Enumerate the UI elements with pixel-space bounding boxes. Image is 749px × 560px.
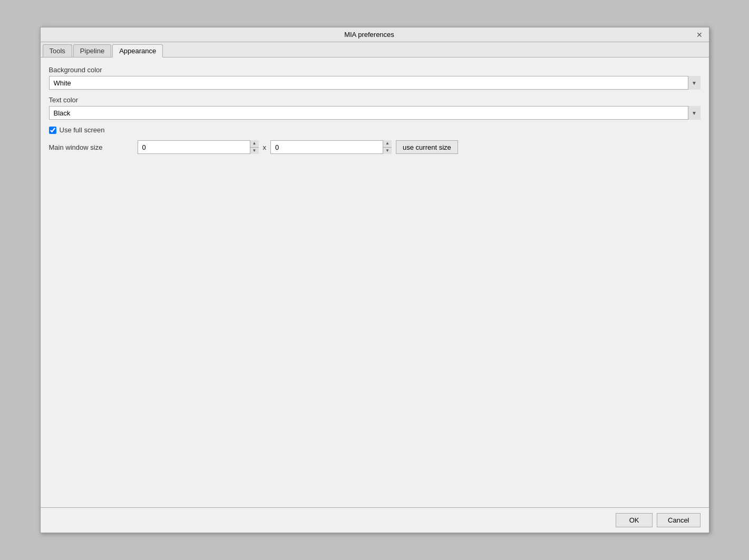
ok-button[interactable]: OK [616,513,653,527]
preferences-dialog: MIA preferences ✕ Tools Pipeline Appeara… [40,27,709,533]
window-height-wrapper: ▲ ▼ [270,140,392,154]
tab-appearance[interactable]: Appearance [112,44,163,57]
text-color-wrapper: Black White Gray Custom ▼ [49,106,701,120]
window-width-down[interactable]: ▼ [250,148,259,155]
window-height-input[interactable] [270,140,392,154]
window-size-separator: x [263,143,267,151]
window-width-wrapper: ▲ ▼ [138,140,259,154]
text-color-select[interactable]: Black White Gray Custom [49,106,701,120]
dialog-title: MIA preferences [45,31,694,38]
close-button[interactable]: ✕ [694,30,705,40]
background-color-wrapper: White Black Gray Custom ▼ [49,76,701,90]
window-width-spinners: ▲ ▼ [250,140,259,154]
window-height-spinners: ▲ ▼ [383,140,392,154]
background-color-label: Background color [49,66,701,74]
window-height-down[interactable]: ▼ [383,148,392,155]
background-color-select[interactable]: White Black Gray Custom [49,76,701,90]
tab-tools[interactable]: Tools [43,44,72,57]
window-width-input[interactable] [138,140,259,154]
cancel-button[interactable]: Cancel [657,513,700,527]
window-height-up[interactable]: ▲ [383,140,392,148]
use-full-screen-row: Use full screen [49,126,701,134]
tabs-bar: Tools Pipeline Appearance [41,42,709,57]
use-full-screen-checkbox[interactable] [49,127,56,134]
tab-pipeline[interactable]: Pipeline [73,44,111,57]
window-size-label: Main window size [49,143,133,151]
title-bar: MIA preferences ✕ [41,27,709,42]
text-color-label: Text color [49,96,701,104]
use-current-size-button[interactable]: use current size [396,140,458,154]
appearance-content: Background color White Black Gray Custom… [41,57,709,507]
use-full-screen-label[interactable]: Use full screen [60,126,105,134]
window-width-up[interactable]: ▲ [250,140,259,148]
window-size-row: Main window size ▲ ▼ x ▲ ▼ use current s… [49,140,701,154]
dialog-footer: OK Cancel [41,507,709,533]
